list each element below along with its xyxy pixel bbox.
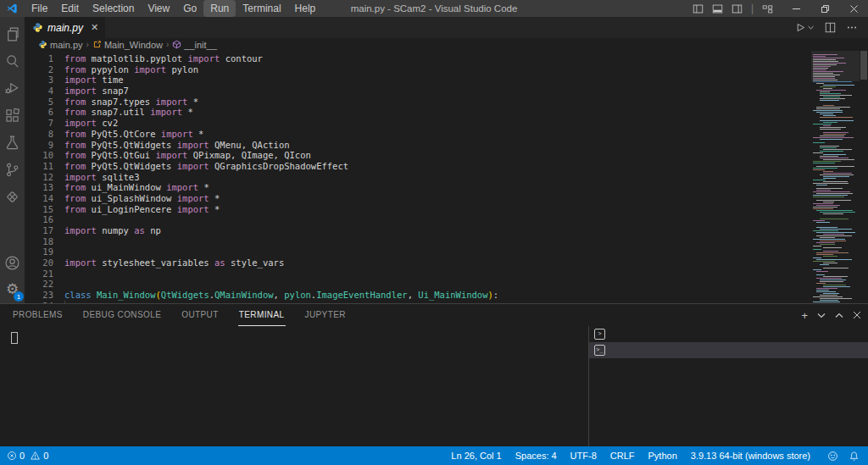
status-item-spaces-4[interactable]: Spaces: 4	[515, 451, 557, 461]
settings-gear-icon[interactable]: ⚙ 1	[0, 276, 25, 302]
code-line[interactable]: 15from ui_LoginPencere import *	[25, 204, 811, 215]
minimize-button[interactable]	[782, 0, 810, 17]
toggle-sidebar-icon[interactable]	[693, 3, 704, 14]
terminal-list-item[interactable]: >	[589, 326, 868, 342]
testing-icon[interactable]	[0, 129, 25, 156]
terminal-list-item[interactable]: >_	[589, 342, 868, 358]
menu-help[interactable]: Help	[288, 0, 323, 17]
extensions-icon[interactable]	[0, 102, 25, 129]
class-symbol-icon	[92, 40, 102, 49]
customize-layout-icon[interactable]	[762, 3, 773, 14]
menu-terminal[interactable]: Terminal	[236, 0, 287, 17]
close-window-button[interactable]	[839, 0, 868, 17]
editor-actions	[796, 17, 868, 38]
code-line[interactable]: 6from snap7.util import *	[25, 107, 811, 118]
code-line[interactable]: 7import cv2	[25, 118, 811, 129]
split-editor-icon[interactable]	[825, 22, 836, 33]
code-line[interactable]: 11from PyQt5.QtWidgets import QGraphicsD…	[25, 161, 811, 172]
line-content: class Main_Window(QtWidgets.QMainWindow,…	[64, 290, 498, 301]
new-terminal-icon[interactable]: +	[801, 309, 808, 322]
editor-scrollbar-slider[interactable]	[860, 51, 867, 80]
line-number: 23	[25, 290, 53, 301]
code-line[interactable]: 5from snap7.types import *	[25, 97, 811, 108]
panel-tab-terminal[interactable]: TERMINAL	[238, 304, 286, 326]
panel-tab-problems[interactable]: PROBLEMS	[12, 304, 64, 326]
status-item-crlf[interactable]: CRLF	[610, 451, 635, 461]
code-line[interactable]: 2from pypylon import pylon	[25, 64, 811, 75]
line-number: 7	[25, 118, 53, 129]
editor-scrollbar[interactable]	[860, 51, 868, 303]
panel-tab-output[interactable]: OUTPUT	[181, 304, 220, 326]
toggle-panel-icon[interactable]	[712, 3, 723, 14]
code-line[interactable]: 21	[25, 268, 811, 280]
code-line[interactable]: 9from PyQt5.QtWidgets import QMenu, QAct…	[25, 140, 811, 151]
code-line[interactable]: 13from ui_MainWindow import *	[25, 182, 811, 193]
code-line[interactable]: 19	[25, 246, 811, 257]
status-item-ln-26-col-1[interactable]: Ln 26, Col 1	[451, 451, 501, 461]
account-icon[interactable]	[0, 249, 25, 276]
breadcrumb-item-main-py[interactable]: main.py	[38, 40, 83, 50]
panel-actions: +	[801, 309, 861, 322]
status-bar: 0 0 Ln 26, Col 1Spaces: 4UTF-8CRLFPython…	[0, 446, 868, 465]
menu-file[interactable]: File	[25, 0, 54, 17]
code-line[interactable]: 24	[25, 301, 811, 303]
panel-tab-debug-console[interactable]: DEBUG CONSOLE	[82, 304, 162, 326]
error-icon	[7, 451, 17, 461]
menu-selection[interactable]: Selection	[86, 0, 141, 17]
bottom-panel: PROBLEMSDEBUG CONSOLEOUTPUTTERMINALJUPYT…	[0, 303, 868, 446]
code-line[interactable]: 18	[25, 236, 811, 247]
notifications-bell-icon[interactable]	[849, 451, 860, 462]
code-line[interactable]: 14from ui_SplashWindow import *	[25, 193, 811, 204]
code-line[interactable]: 17import numpy as np	[25, 225, 811, 236]
status-item-python[interactable]: Python	[648, 451, 677, 461]
explorer-icon[interactable]	[0, 20, 25, 47]
error-count: 0	[19, 451, 25, 461]
remote-targets-icon[interactable]	[0, 183, 25, 210]
code-line[interactable]: 3import time	[25, 75, 811, 86]
panel-tabs: PROBLEMSDEBUG CONSOLEOUTPUTTERMINALJUPYT…	[12, 304, 347, 326]
line-content: from snap7.util import *	[64, 107, 193, 118]
menu-run[interactable]: Run	[203, 0, 236, 17]
status-item-utf-8[interactable]: UTF-8	[570, 451, 597, 461]
menu-view[interactable]: View	[141, 0, 176, 17]
code-line[interactable]: 16	[25, 214, 811, 225]
minimap[interactable]	[811, 51, 860, 303]
more-actions-icon[interactable]	[846, 22, 858, 33]
toggle-secondary-sidebar-icon[interactable]	[732, 3, 743, 14]
close-panel-icon[interactable]	[853, 311, 861, 319]
menu-go[interactable]: Go	[176, 0, 203, 17]
code-line[interactable]: 10from PyQt5.QtGui import QPixmap, QImag…	[25, 150, 811, 161]
source-control-icon[interactable]	[0, 156, 25, 183]
code-text-area[interactable]: 1from matplotlib.pyplot import contour2f…	[25, 51, 811, 303]
terminal-dropdown-icon[interactable]	[817, 313, 826, 318]
feedback-icon[interactable]	[827, 451, 838, 462]
menu-edit[interactable]: Edit	[54, 0, 86, 17]
line-number: 11	[25, 161, 53, 172]
code-line[interactable]: 4import snap7	[25, 86, 811, 97]
tab-main-py[interactable]: main.py ✕	[25, 17, 105, 38]
code-line[interactable]: 23class Main_Window(QtWidgets.QMainWindo…	[25, 290, 811, 301]
line-number: 2	[25, 64, 53, 75]
code-line[interactable]: 12import sqlite3	[25, 172, 811, 183]
problems-indicator[interactable]: 0 0	[7, 451, 48, 461]
code-line[interactable]: 22	[25, 279, 811, 290]
code-line[interactable]: 20import stylesheet_variables as style_v…	[25, 257, 811, 268]
breadcrumb-item-main-window[interactable]: Main_Window	[92, 40, 163, 50]
status-item-3-9-13-64-bit-windows-store-[interactable]: 3.9.13 64-bit (windows store)	[691, 451, 810, 461]
tab-label: main.py	[47, 22, 83, 34]
breadcrumb-separator: ›	[86, 40, 90, 49]
maximize-panel-icon[interactable]	[835, 313, 843, 318]
code-line[interactable]: 1from matplotlib.pyplot import contour	[25, 53, 811, 64]
menu-bar: FileEditSelectionViewGoRunTerminalHelp	[25, 0, 322, 17]
tab-close-icon[interactable]: ✕	[91, 22, 98, 33]
restore-button[interactable]	[810, 0, 839, 17]
code-line[interactable]: 8from PyQt5.QtCore import *	[25, 129, 811, 140]
search-icon[interactable]	[0, 47, 25, 75]
breadcrumb-item--init-[interactable]: __init__	[172, 40, 217, 50]
status-right-items: Ln 26, Col 1Spaces: 4UTF-8CRLFPython3.9.…	[451, 451, 860, 462]
run-python-file-button[interactable]	[796, 22, 815, 33]
panel-tab-jupyter[interactable]: JUPYTER	[304, 304, 347, 326]
breadcrumb: main.py›Main_Window›__init__	[25, 38, 868, 51]
terminal-output[interactable]	[0, 326, 588, 446]
run-and-debug-icon[interactable]	[0, 75, 25, 102]
